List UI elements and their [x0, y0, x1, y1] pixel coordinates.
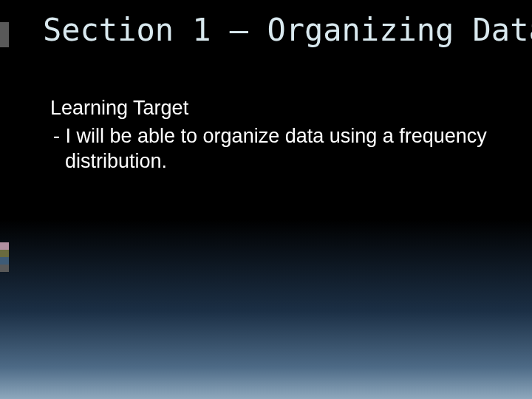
- title-accent-bar: [0, 22, 9, 47]
- stripe-3: [0, 257, 9, 265]
- stripe-2: [0, 250, 9, 257]
- stripe-4: [0, 265, 9, 272]
- slide: Section 1 – Organizing Data Learning Tar…: [0, 0, 532, 399]
- slide-body: Learning Target - I will be able to orga…: [50, 96, 488, 174]
- stripe-1: [0, 242, 9, 250]
- slide-title: Section 1 – Organizing Data: [43, 12, 510, 48]
- learning-target-point: - I will be able to organize data using …: [50, 124, 488, 174]
- decorative-stripes: [0, 242, 9, 272]
- learning-target-heading: Learning Target: [50, 96, 488, 121]
